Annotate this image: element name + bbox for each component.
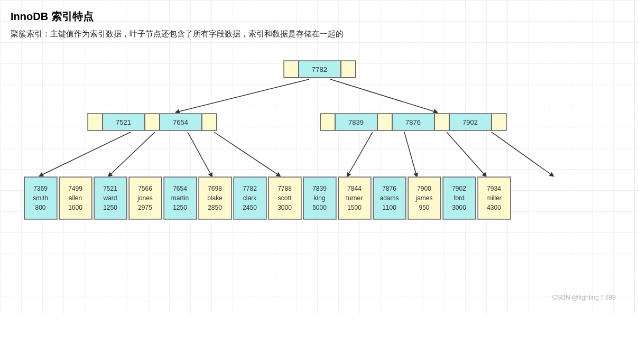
l2-left-spacer1 [88, 114, 103, 130]
leaf-cell-7499: 7499allen1600 [59, 177, 92, 219]
leaf-7566: 7566jones2975 [128, 176, 162, 220]
leaf-cell-7844: 7844turner1500 [338, 177, 371, 219]
svg-line-0 [177, 79, 309, 112]
leaf-7844: 7844turner1500 [338, 176, 372, 220]
page-title: InnoDB 索引特点 [11, 10, 628, 24]
leaf-cell-7839: 7839king5000 [303, 177, 336, 219]
leaf-7369: 7369smith800 [24, 176, 58, 220]
l2-left-cell-7521: 7521 [103, 114, 145, 130]
svg-line-3 [109, 132, 155, 175]
leaf-cell-7654: 7654martin1250 [164, 177, 197, 219]
leaf-row: 7369smith800 7499allen1600 7521ward1250 … [24, 176, 511, 220]
footer-note: CSDN @fighting！899 [552, 293, 616, 302]
leaf-7521: 7521ward1250 [94, 176, 127, 220]
leaf-cell-7934: 7934miller4300 [478, 177, 511, 219]
root-spacer-right [341, 61, 356, 78]
svg-line-4 [188, 132, 211, 175]
l2-left-cell-7654: 7654 [160, 114, 202, 130]
l2-left-spacer3 [202, 114, 217, 130]
leaf-7782: 7782clark2450 [233, 176, 267, 220]
l2-right-cell-7902: 7902 [449, 114, 492, 130]
leaf-cell-7782: 7782clark2450 [234, 177, 266, 219]
root-cell-7782: 7782 [299, 61, 341, 78]
l2-left-spacer2 [145, 114, 160, 130]
root-spacer-left [284, 61, 299, 78]
l2-right-cell-7839: 7839 [335, 114, 377, 130]
leaf-cell-7369: 7369smith800 [24, 177, 57, 219]
l2-right-spacer2 [377, 114, 392, 130]
subtitle: 聚簇索引：主键值作为索引数据，叶子节点还包含了所有字段数据，索引和数据是存储在一… [11, 29, 628, 39]
svg-line-2 [41, 132, 131, 175]
l2-left-node: 7521 7654 [87, 113, 217, 131]
svg-line-9 [492, 132, 552, 175]
svg-line-1 [330, 79, 436, 112]
leaf-7788: 7788scott3000 [268, 176, 302, 220]
leaf-cell-7902: 7902ford3000 [443, 177, 476, 219]
leaf-7698: 7698blake2850 [198, 176, 232, 220]
tree-diagram: 7782 7521 7654 7839 [13, 55, 626, 309]
leaf-cell-7788: 7788scott3000 [268, 177, 301, 219]
l2-right-node: 7839 7876 7902 [320, 113, 507, 131]
leaf-7499: 7499allen1600 [59, 176, 92, 220]
leaf-7654: 7654martin1250 [163, 176, 197, 220]
svg-line-6 [348, 132, 373, 175]
svg-line-7 [404, 132, 416, 175]
leaf-7876: 7876adams1100 [373, 176, 406, 220]
leaf-cell-7900: 7900james950 [408, 177, 441, 219]
root-node: 7782 [283, 60, 356, 78]
l2-right-spacer3 [434, 114, 449, 130]
leaf-7839: 7839king5000 [303, 176, 337, 220]
leaf-7934: 7934miller4300 [477, 176, 511, 220]
leaf-cell-7521: 7521ward1250 [94, 177, 127, 219]
svg-line-5 [214, 132, 279, 175]
leaf-cell-7876: 7876adams1100 [373, 177, 406, 219]
leaf-7902: 7902ford3000 [442, 176, 476, 220]
svg-line-8 [447, 132, 485, 175]
leaf-cell-7698: 7698blake2850 [199, 177, 231, 219]
l2-right-spacer4 [492, 114, 506, 130]
l2-right-cell-7876: 7876 [392, 114, 434, 130]
leaf-7900: 7900james950 [408, 176, 441, 220]
leaf-cell-7566: 7566jones2975 [129, 177, 162, 219]
l2-right-spacer1 [320, 114, 335, 130]
